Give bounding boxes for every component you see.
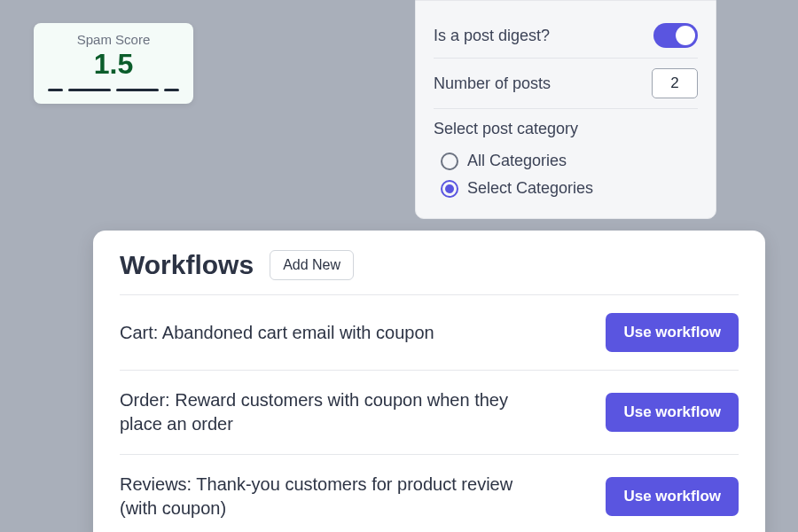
num-posts-label: Number of posts [434, 74, 551, 93]
spam-score-card: Spam Score 1.5 [34, 23, 193, 104]
digest-toggle[interactable] [653, 23, 698, 48]
toggle-knob-icon [676, 26, 695, 45]
workflows-header: Workflows Add New [120, 250, 739, 280]
digest-label: Is a post digest? [434, 27, 550, 45]
spam-score-label: Spam Score [48, 32, 179, 47]
use-workflow-button[interactable]: Use workflow [606, 313, 739, 352]
spam-score-scale [48, 89, 179, 91]
workflow-desc: Cart: Abandoned cart email with coupon [120, 321, 434, 345]
use-workflow-button[interactable]: Use workflow [606, 393, 739, 432]
num-posts-setting-row: Number of posts [434, 59, 698, 109]
radio-icon [441, 180, 458, 198]
radio-icon [441, 153, 458, 170]
add-new-button[interactable]: Add New [270, 250, 354, 280]
workflows-title: Workflows [120, 250, 254, 280]
num-posts-input[interactable] [652, 68, 698, 98]
category-setting-block: Select post category All Categories Sele… [434, 109, 698, 202]
post-settings-panel: Is a post digest? Number of posts Select… [415, 0, 716, 219]
use-workflow-button[interactable]: Use workflow [606, 477, 739, 516]
workflow-row: Order: Reward customers with coupon when… [120, 370, 739, 454]
spam-score-value: 1.5 [48, 49, 179, 80]
radio-select-label: Select Categories [467, 179, 593, 198]
workflow-desc: Reviews: Thank-you customers for product… [120, 473, 554, 520]
workflow-row: Cart: Abandoned cart email with coupon U… [120, 294, 739, 370]
radio-all-label: All Categories [467, 152, 567, 170]
radio-all-categories[interactable]: All Categories [434, 147, 698, 175]
workflows-card: Workflows Add New Cart: Abandoned cart e… [93, 231, 765, 532]
category-title: Select post category [434, 120, 698, 138]
digest-setting-row: Is a post digest? [434, 13, 698, 59]
workflow-row: Reviews: Thank-you customers for product… [120, 454, 739, 532]
radio-select-categories[interactable]: Select Categories [434, 175, 698, 202]
workflow-desc: Order: Reward customers with coupon when… [120, 388, 554, 436]
